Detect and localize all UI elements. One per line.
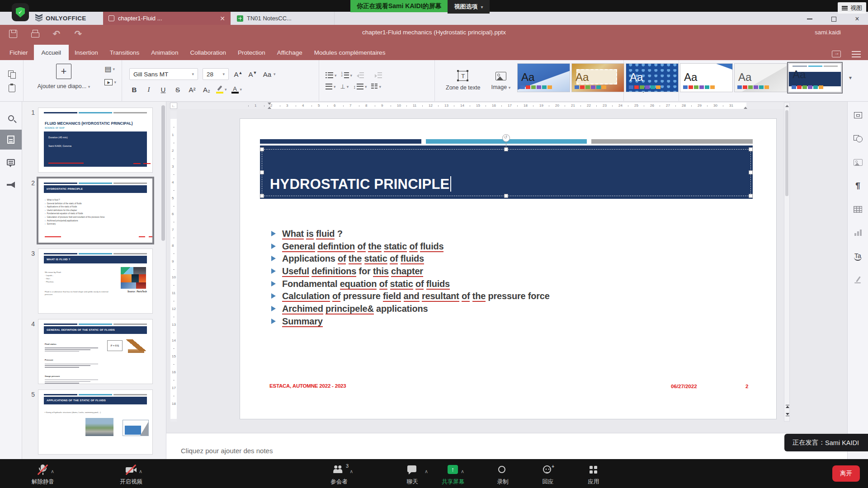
resize-handle[interactable] (749, 194, 753, 198)
slide-layout-button[interactable]: ▤▾ (104, 66, 116, 73)
leave-meeting-button[interactable]: 离开 (832, 465, 860, 482)
insert-image-button[interactable]: Image ▾ (491, 72, 510, 90)
columns-button[interactable]: ▾ (371, 84, 381, 89)
zoom-share-screen-button[interactable]: ↑共享屏幕∧ (442, 464, 464, 486)
zoom-mic-muted-button[interactable]: 解除静音∧ (32, 464, 54, 486)
resize-handle[interactable] (504, 147, 508, 151)
theme-gray-light[interactable]: Aa (734, 63, 787, 92)
copy-button[interactable] (8, 70, 16, 78)
open-file-location-icon[interactable] (832, 51, 841, 57)
indent-marker[interactable] (268, 103, 271, 105)
vertical-scrollbar[interactable] (784, 103, 790, 422)
comments-button[interactable] (0, 152, 22, 172)
start-slideshow-button[interactable]: ▶▾ (104, 79, 116, 85)
chevron-up-icon[interactable]: ∧ (461, 469, 464, 474)
table-settings-button[interactable] (848, 200, 868, 218)
search-button[interactable] (0, 108, 22, 128)
shape-settings-button[interactable] (848, 130, 868, 148)
indent-marker[interactable] (744, 107, 747, 109)
superscript-button[interactable]: A² (187, 86, 197, 94)
resize-handle[interactable] (749, 170, 753, 174)
zoom-chat-button[interactable]: 聊天∧ (406, 464, 419, 486)
bold-button[interactable]: B (129, 86, 139, 94)
horizontal-align-button[interactable]: ▾ (326, 84, 336, 89)
document-tab-spreadsheet[interactable]: TN01 NotesCC... (231, 12, 335, 25)
zoom-apps-button[interactable]: 应用 (587, 464, 600, 486)
image-settings-button[interactable] (848, 153, 868, 171)
slide-thumbnail-2[interactable]: HYDROSTATIC PRINCIPLE›What is fluid ?›Ge… (38, 178, 152, 243)
decrease-indent-button[interactable] (357, 72, 364, 78)
paragraph-settings-button[interactable]: ¶ (848, 177, 868, 195)
font-name-select[interactable]: Gill Sans MT▾ (129, 68, 198, 80)
menu-tab-accueil[interactable]: Accueil (34, 45, 69, 60)
chevron-up-icon[interactable]: ∧ (349, 469, 353, 474)
menu-tab-collaboration[interactable]: Collaboration (184, 45, 232, 60)
indent-marker[interactable] (268, 107, 271, 109)
next-slide-button[interactable] (784, 412, 790, 418)
italic-button[interactable]: I (144, 86, 154, 94)
zoom-camera-off-button[interactable]: 开启视频∧ (120, 464, 142, 486)
decrease-font-button[interactable]: A▼ (248, 70, 258, 78)
numbered-list-button[interactable]: ▾ (341, 72, 353, 78)
horizontal-ruler[interactable]: 1234567891011121314151617181920212223242… (178, 103, 784, 109)
zoom-security-badge[interactable]: ✓ (12, 3, 29, 21)
menu-tab-affichage[interactable]: Affichage (271, 45, 308, 60)
vertical-align-button[interactable]: ⊥▾ (340, 84, 349, 89)
strikethrough-button[interactable]: S (173, 86, 183, 94)
slide-editing-area[interactable]: HYDROSTATIC PRINCIPLE What is fluid ?Gen… (240, 119, 776, 419)
bullet-list-button[interactable]: ▾ (326, 72, 337, 78)
hamburger-menu-icon[interactable] (852, 51, 861, 57)
menu-tab-insertion[interactable]: Insertion (69, 45, 104, 60)
chevron-up-icon[interactable]: ∧ (139, 469, 142, 474)
close-tab-icon[interactable]: ✕ (220, 15, 225, 22)
chart-settings-button[interactable] (848, 224, 868, 242)
font-size-select[interactable]: 28▾ (203, 68, 229, 80)
vertical-ruler[interactable]: 123456789101112131415161718 (170, 111, 177, 422)
resize-handle[interactable] (260, 170, 264, 174)
theme-navy-current[interactable]: Aa (788, 63, 841, 92)
underline-button[interactable]: U (158, 86, 168, 94)
increase-font-button[interactable]: A▲ (233, 70, 243, 78)
theme-dots-blue[interactable]: Aa (626, 63, 679, 92)
highlight-color-button[interactable]: ▾ (216, 85, 227, 94)
line-spacing-button[interactable]: ↕▾ (353, 84, 367, 89)
previous-slide-button[interactable] (784, 404, 790, 409)
zoom-reactions-button[interactable]: +回应 (541, 464, 555, 486)
add-slide-button[interactable]: + Ajouter une diapo... ▾ (30, 64, 98, 89)
theme-paper-orange[interactable]: Aa (571, 63, 624, 92)
theme-curve-white[interactable]: Aa (680, 63, 733, 92)
textart-settings-button[interactable]: Ta (848, 247, 868, 265)
resize-handle[interactable] (260, 147, 264, 151)
slide-thumbnail-4[interactable]: GENERAL DEFINTION OF THE STATIC OF FLUID… (38, 319, 152, 384)
resize-handle[interactable] (260, 194, 264, 198)
menu-tab-modules-complementaires[interactable]: Modules complémentaires (308, 45, 392, 60)
window-close-button[interactable]: × (850, 15, 864, 23)
chevron-up-icon[interactable]: ∧ (51, 469, 54, 474)
slide-title-textbox[interactable]: HYDROSTATIC PRINCIPLE (260, 145, 753, 199)
view-options-button[interactable]: 视图选项 ▾ (448, 0, 489, 14)
paste-button[interactable] (8, 84, 16, 92)
theme-wave-blue[interactable]: Aa (517, 63, 570, 92)
menu-tab-protection[interactable]: Protection (232, 45, 271, 60)
increase-indent-button[interactable] (375, 72, 382, 78)
scroll-up-icon[interactable] (785, 105, 789, 107)
slide-thumbnail-5[interactable]: APPLICATIONS OF THE STATIC OF FLUIDS▪ Si… (38, 390, 152, 454)
change-case-button[interactable]: Aa▾ (262, 70, 276, 78)
slides-panel-button[interactable] (0, 130, 22, 150)
zoom-participants-button[interactable]: 3参会者∧ (330, 464, 348, 486)
insert-textbox-button[interactable]: T Zone de texte (446, 71, 480, 91)
slide-bullet-list[interactable]: What is fluid ?General defintion of the … (271, 229, 550, 329)
resize-handle[interactable] (749, 147, 753, 151)
scrollbar-thumb[interactable] (785, 110, 788, 196)
document-tab-presentation[interactable]: chapter1-Fluid ... ✕ (103, 12, 231, 25)
subscript-button[interactable]: A₂ (202, 86, 212, 94)
tab-stop-selector[interactable]: ∟ (170, 103, 177, 109)
font-color-button[interactable]: A▾ (231, 85, 242, 94)
signature-settings-button[interactable] (848, 271, 868, 289)
window-minimize-button[interactable] (803, 15, 816, 23)
menu-tab-animation[interactable]: Animation (145, 45, 184, 60)
thumbnails-scrollbar[interactable] (161, 105, 165, 241)
view-mode-button[interactable]: 视图 (838, 2, 866, 14)
window-restore-button[interactable] (827, 15, 840, 23)
slide-settings-button[interactable] (848, 106, 868, 124)
